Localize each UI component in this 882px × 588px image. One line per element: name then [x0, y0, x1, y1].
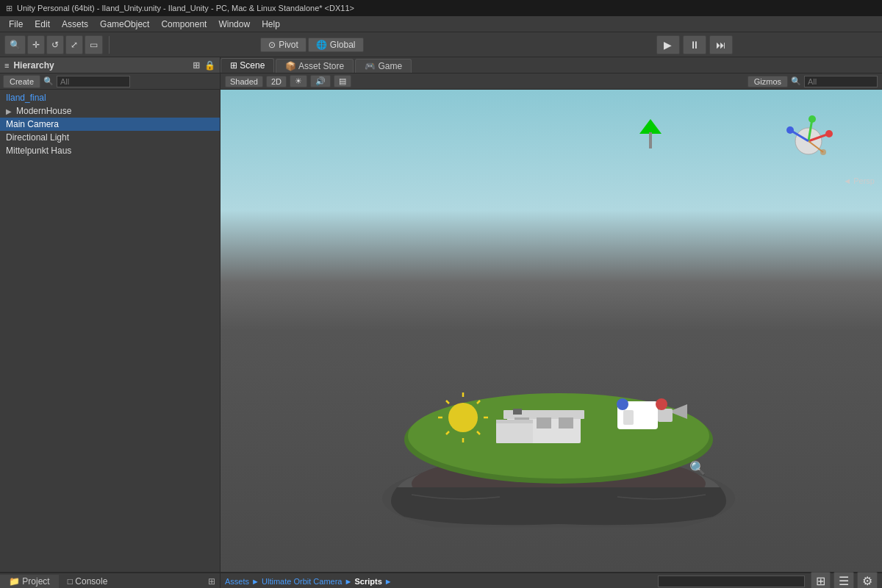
play-controls: ▶ ⏸ ⏭ — [656, 35, 733, 54]
breadcrumb-uoc[interactable]: Ultimate Orbit Camera — [262, 577, 342, 586]
main-camera-label: Main Camera — [6, 119, 59, 129]
breadcrumb-scripts[interactable]: Scripts — [354, 577, 381, 586]
mittelpunkt-haus-label: Mittelpunkt Haus — [6, 146, 71, 156]
audio-button[interactable]: 🔊 — [310, 75, 331, 87]
global-button[interactable]: 🌐 Global — [308, 37, 364, 52]
unity-icon: ⊞ — [6, 4, 12, 13]
svg-point-36 — [617, 398, 628, 410]
hierarchy-header: ≡ Hierarchy ⊞ 🔒 — [0, 57, 220, 74]
scene-island — [309, 293, 808, 528]
green-triangle-gizmo — [639, 119, 662, 151]
magnify-icon: 🔍 — [689, 460, 706, 476]
tab-scene[interactable]: ⊞ Scene — [220, 58, 274, 73]
menu-component[interactable]: Component — [155, 18, 212, 31]
gizmo-toolbar: Gizmos 🔍 — [747, 76, 878, 87]
effects-button[interactable]: ▤ — [334, 75, 351, 87]
gizmos-search-icon: 🔍 — [791, 76, 801, 86]
persp-label: ◄ Persp — [843, 176, 875, 185]
asset-settings-button[interactable]: ⚙ — [857, 572, 878, 589]
hierarchy-create-button[interactable]: Create — [3, 75, 40, 88]
lighting-button[interactable]: ☀ — [290, 75, 307, 87]
svg-rect-19 — [537, 417, 551, 429]
scene-canvas[interactable]: ◄ Persp — [220, 90, 882, 572]
hierarchy-title: Hierarchy — [13, 60, 54, 71]
move-tool-button[interactable]: ✛ — [27, 35, 45, 54]
hierarchy-item-main-camera[interactable]: Main Camera — [0, 118, 220, 131]
menu-assets[interactable]: Assets — [56, 18, 94, 31]
svg-point-4 — [825, 130, 833, 137]
svg-point-10 — [820, 149, 826, 155]
svg-point-6 — [808, 115, 816, 123]
breadcrumb: Assets ► Ultimate Orbit Camera ► Scripts… — [225, 577, 392, 586]
asset-toolbar: Assets ► Ultimate Orbit Camera ► Scripts… — [220, 573, 882, 588]
step-button[interactable]: ⏭ — [709, 35, 733, 54]
gizmos-button[interactable]: Gizmos — [747, 76, 788, 87]
tab-game[interactable]: 🎮 Game — [355, 59, 412, 73]
console-icon: □ — [68, 576, 73, 587]
menu-file[interactable]: File — [3, 18, 29, 31]
tab-console[interactable]: □ Console — [59, 575, 117, 588]
svg-rect-20 — [559, 417, 573, 429]
menu-gameobject[interactable]: GameObject — [94, 18, 155, 31]
menu-bar: File Edit Assets GameObject Component Wi… — [0, 16, 882, 32]
tool-buttons: 🔍 ✛ ↺ ⤢ ▭ — [4, 35, 103, 54]
svg-point-24 — [448, 403, 478, 432]
view-panel: ⊞ Scene 📦 Asset Store 🎮 Game Shaded 2D ☀… — [220, 57, 882, 572]
svg-rect-38 — [623, 410, 634, 425]
view-tabs: ⊞ Scene 📦 Asset Store 🎮 Game — [220, 57, 882, 74]
asset-panel: Assets ► Ultimate Orbit Camera ► Scripts… — [220, 573, 882, 588]
tab-asset-store[interactable]: 📦 Asset Store — [276, 59, 354, 73]
shading-dropdown[interactable]: Shaded — [225, 76, 263, 87]
hierarchy-icon: ≡ — [4, 61, 9, 70]
modernhouse-arrow: ▶ — [6, 107, 12, 115]
scale-tool-button[interactable]: ⤢ — [65, 35, 83, 54]
rect-tool-button[interactable]: ▭ — [85, 35, 103, 54]
asset-list-toggle[interactable]: ☰ — [833, 572, 854, 589]
project-panel-maximize[interactable]: ⊞ — [208, 576, 215, 587]
pause-button[interactable]: ⏸ — [683, 35, 706, 54]
view-toolbar: Shaded 2D ☀ 🔊 ▤ Gizmos 🔍 — [220, 74, 882, 90]
title-text: Unity Personal (64bit) - Iland_Unity.uni… — [17, 4, 354, 12]
hierarchy-item-mittelpunkt-haus[interactable]: Mittelpunkt Haus — [0, 144, 220, 157]
asset-search-input[interactable] — [658, 576, 805, 587]
asset-store-icon: 📦 — [285, 61, 296, 71]
search-icon: 🔍 — [43, 76, 54, 86]
hierarchy-item-iland-final[interactable]: Iland_final — [0, 91, 220, 104]
asset-view-toggle[interactable]: ⊞ — [811, 572, 831, 589]
gizmos-search-input[interactable] — [804, 76, 878, 87]
svg-line-29 — [446, 401, 449, 404]
title-bar: ⊞ Unity Personal (64bit) - Iland_Unity.u… — [0, 0, 882, 16]
svg-rect-23 — [496, 420, 533, 423]
pivot-icon: ⊙ — [268, 40, 276, 50]
axis-gizmo — [779, 112, 838, 171]
hierarchy-item-directional-light[interactable]: Directional Light — [0, 131, 220, 144]
scene-tab-icon: ⊞ — [230, 60, 237, 71]
2d-button[interactable]: 2D — [266, 76, 287, 87]
svg-point-37 — [656, 398, 667, 410]
hierarchy-item-modernhouse[interactable]: ▶ ModernHouse — [0, 104, 220, 118]
pivot-button[interactable]: ⊙ Pivot — [260, 37, 306, 52]
play-button[interactable]: ▶ — [656, 35, 680, 54]
pivot-global-group: ⊙ Pivot 🌐 Global — [260, 37, 363, 52]
project-tabs: 📁 Project □ Console ⊞ — [0, 573, 220, 588]
tab-project[interactable]: 📁 Project — [0, 575, 59, 588]
hierarchy-maximize[interactable]: ⊞ — [193, 60, 200, 71]
menu-help[interactable]: Help — [256, 18, 286, 31]
rotate-tool-button[interactable]: ↺ — [46, 35, 64, 54]
breadcrumb-assets[interactable]: Assets — [225, 577, 249, 586]
directional-light-label: Directional Light — [6, 132, 69, 143]
svg-rect-1 — [649, 132, 652, 148]
svg-marker-0 — [639, 119, 662, 134]
separator-1 — [109, 36, 110, 54]
hierarchy-lock[interactable]: 🔒 — [204, 60, 215, 71]
toolbar: 🔍 ✛ ↺ ⤢ ▭ ⊙ Pivot 🌐 Global ▶ ⏸ ⏭ — [0, 32, 882, 57]
hierarchy-toolbar: Create 🔍 — [0, 74, 220, 90]
iland-final-label: Iland_final — [6, 93, 46, 103]
hierarchy-search-input[interactable] — [57, 76, 130, 87]
hierarchy-items: Iland_final ▶ ModernHouse Main Camera Di… — [0, 90, 220, 572]
hand-tool-button[interactable]: 🔍 — [4, 35, 26, 54]
menu-window[interactable]: Window — [212, 18, 256, 31]
svg-rect-22 — [496, 421, 533, 443]
menu-edit[interactable]: Edit — [29, 18, 56, 31]
global-icon: 🌐 — [316, 40, 327, 50]
